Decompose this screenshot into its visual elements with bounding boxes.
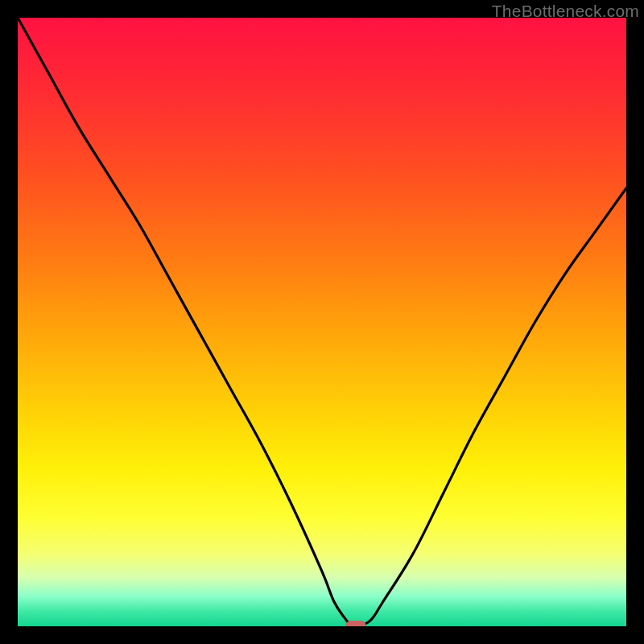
chart-frame: TheBottleneck.com: [0, 0, 644, 644]
plot-area: [18, 18, 626, 626]
bottleneck-curve: [18, 18, 626, 626]
optimal-point-marker: [345, 621, 366, 626]
